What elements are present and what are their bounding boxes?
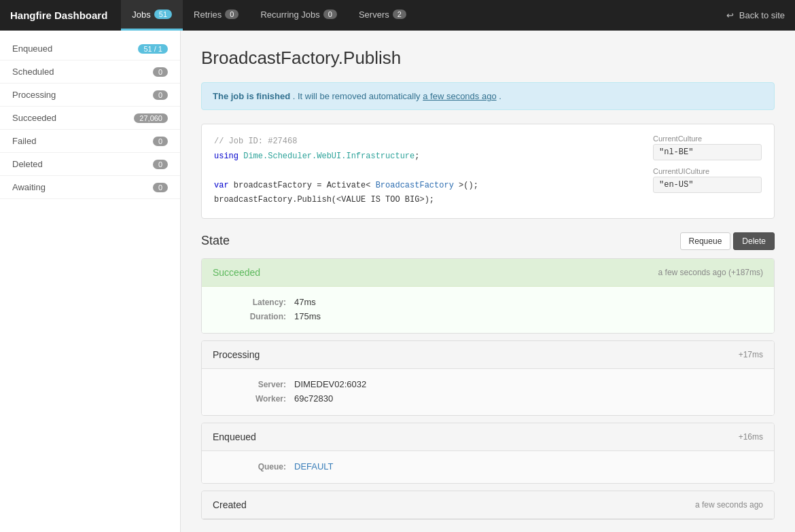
state-card-enqueued-body: Queue: DEFAULT — [202, 451, 774, 483]
tab-jobs-label: Jobs — [132, 10, 150, 20]
code-comment: // Job ID: #27468 — [214, 137, 297, 146]
sidebar-item-scheduled[interactable]: Scheduled 0 — [0, 60, 180, 84]
code-semicolon1: ; — [414, 152, 419, 161]
sidebar-label-scheduled: Scheduled — [12, 67, 54, 77]
state-name-processing: Processing — [213, 349, 260, 360]
state-field-worker: Worker: 69c72830 — [213, 391, 763, 406]
sidebar: Enqueued 51 / 1 Scheduled 0 Processing 0… — [0, 31, 181, 532]
code-var-name: broadcastFactory = Activate< — [234, 181, 371, 190]
state-card-created-header: Created a few seconds ago — [202, 491, 774, 519]
state-fields-enqueued: Queue: DEFAULT — [213, 459, 763, 474]
alert-link[interactable]: a few seconds ago — [423, 91, 496, 101]
state-time-succeeded: a few seconds ago (+187ms) — [658, 268, 763, 277]
navbar-brand[interactable]: Hangfire Dashboard — [10, 10, 121, 21]
state-card-succeeded-header: Succeeded a few seconds ago (+187ms) — [202, 259, 774, 287]
sidebar-badge-processing: 0 — [153, 90, 168, 100]
latency-value: 47ms — [294, 295, 763, 309]
alert-text-end: . — [499, 91, 501, 101]
state-name-enqueued: Enqueued — [213, 431, 256, 442]
state-card-processing: Processing +17ms Server: DIMEDEV02:6032 … — [201, 340, 775, 416]
code-blank-line — [214, 164, 639, 179]
state-buttons: Requeue Delete — [680, 232, 775, 250]
state-field-server: Server: DIMEDEV02:6032 — [213, 377, 763, 391]
queue-value: DEFAULT — [294, 459, 763, 474]
state-field-latency: Latency: 47ms — [213, 295, 763, 309]
state-field-duration: Duration: 175ms — [213, 309, 763, 323]
code-meta-ui-culture-label: CurrentUICulture — [653, 167, 762, 175]
tab-servers[interactable]: Servers 2 — [348, 0, 417, 31]
sidebar-label-enqueued: Enqueued — [12, 43, 52, 54]
state-card-enqueued-header: Enqueued +16ms — [202, 423, 774, 451]
state-card-processing-body: Server: DIMEDEV02:6032 Worker: 69c72830 — [202, 369, 774, 415]
queue-label: Queue: — [213, 459, 294, 474]
tab-retries[interactable]: Retries 0 — [183, 0, 249, 31]
state-name-succeeded: Succeeded — [213, 267, 260, 278]
requeue-button[interactable]: Requeue — [680, 232, 731, 250]
code-meta-ui-culture: CurrentUICulture "en-US" — [653, 167, 762, 193]
sidebar-badge-enqueued: 51 / 1 — [138, 44, 168, 54]
code-meta-culture-value: "nl-BE" — [653, 144, 762, 160]
sidebar-badge-deleted: 0 — [153, 160, 168, 169]
state-section-header: State Requeue Delete — [201, 232, 775, 250]
tab-retries-badge: 0 — [225, 10, 238, 19]
state-time-processing: +17ms — [739, 350, 763, 359]
tab-servers-badge: 2 — [393, 10, 406, 19]
code-block: // Job ID: #27468 using Dime.Scheduler.W… — [201, 124, 775, 219]
main-content: BroadcastFactory.Publish The job is fini… — [181, 31, 795, 532]
code-publish: broadcastFactory.Publish(<VALUE IS TOO B… — [214, 195, 434, 205]
sidebar-label-failed: Failed — [12, 136, 36, 146]
sidebar-label-awaiting: Awaiting — [12, 182, 46, 192]
sidebar-item-processing[interactable]: Processing 0 — [0, 84, 180, 107]
duration-value: 175ms — [294, 309, 763, 323]
tab-servers-label: Servers — [359, 10, 389, 20]
nav-tabs: Jobs 51 Retries 0 Recurring Jobs 0 Serve… — [121, 0, 726, 31]
duration-label: Duration: — [213, 309, 294, 323]
state-card-created: Created a few seconds ago — [201, 491, 775, 520]
state-fields-succeeded: Latency: 47ms Duration: 175ms — [213, 295, 763, 323]
tab-recurring-label: Recurring Jobs — [260, 10, 319, 20]
code-var-end: >(); — [459, 181, 478, 190]
sidebar-label-deleted: Deleted — [12, 159, 43, 169]
back-label: Back to site — [739, 10, 785, 20]
state-field-queue: Queue: DEFAULT — [213, 459, 763, 474]
code-type-name: BroadcastFactory — [376, 181, 454, 190]
worker-value: 69c72830 — [294, 391, 763, 406]
worker-label: Worker: — [213, 391, 294, 406]
latency-label: Latency: — [213, 295, 294, 309]
sidebar-badge-failed: 0 — [153, 137, 168, 146]
tab-recurring-badge: 0 — [323, 10, 337, 19]
queue-link[interactable]: DEFAULT — [294, 461, 334, 472]
back-to-site[interactable]: ↩ Back to site — [726, 10, 785, 20]
tab-jobs[interactable]: Jobs 51 — [121, 0, 183, 31]
navbar: Hangfire Dashboard Jobs 51 Retries 0 Rec… — [0, 0, 795, 31]
code-keyword-var: var — [214, 181, 234, 190]
code-meta: CurrentCulture "nl-BE" CurrentUICulture … — [653, 135, 762, 208]
code-main: // Job ID: #27468 using Dime.Scheduler.W… — [214, 135, 639, 208]
sidebar-item-succeeded[interactable]: Succeeded 27,060 — [0, 107, 180, 130]
sidebar-item-failed[interactable]: Failed 0 — [0, 130, 180, 153]
state-time-created: a few seconds ago — [695, 500, 763, 510]
page-title: BroadcastFactory.Publish — [201, 48, 775, 69]
tab-recurring[interactable]: Recurring Jobs 0 — [249, 0, 348, 31]
sidebar-item-deleted[interactable]: Deleted 0 — [0, 153, 180, 176]
state-name-created: Created — [213, 499, 247, 510]
code-var-line: var broadcastFactory = Activate< Broadca… — [214, 179, 639, 194]
tab-retries-label: Retries — [194, 10, 222, 20]
sidebar-item-enqueued[interactable]: Enqueued 51 / 1 — [0, 37, 180, 60]
sidebar-item-awaiting[interactable]: Awaiting 0 — [0, 176, 180, 199]
alert-text-rest: . It will be removed automatically — [293, 91, 423, 101]
state-time-enqueued: +16ms — [739, 432, 763, 442]
tab-jobs-badge: 51 — [154, 10, 172, 19]
alert-box: The job is finished . It will be removed… — [201, 82, 775, 110]
code-meta-ui-culture-value: "en-US" — [653, 177, 762, 193]
sidebar-label-succeeded: Succeeded — [12, 113, 56, 123]
state-section-title: State — [201, 234, 230, 248]
code-namespace: Dime.Scheduler.WebUI.Infrastructure — [243, 152, 414, 161]
sidebar-badge-awaiting: 0 — [153, 183, 168, 192]
server-value: DIMEDEV02:6032 — [294, 377, 763, 391]
layout: Enqueued 51 / 1 Scheduled 0 Processing 0… — [0, 31, 795, 532]
delete-button[interactable]: Delete — [733, 232, 775, 250]
sidebar-badge-scheduled: 0 — [153, 67, 168, 77]
code-comment-line: // Job ID: #27468 — [214, 135, 639, 149]
server-label: Server: — [213, 377, 294, 391]
